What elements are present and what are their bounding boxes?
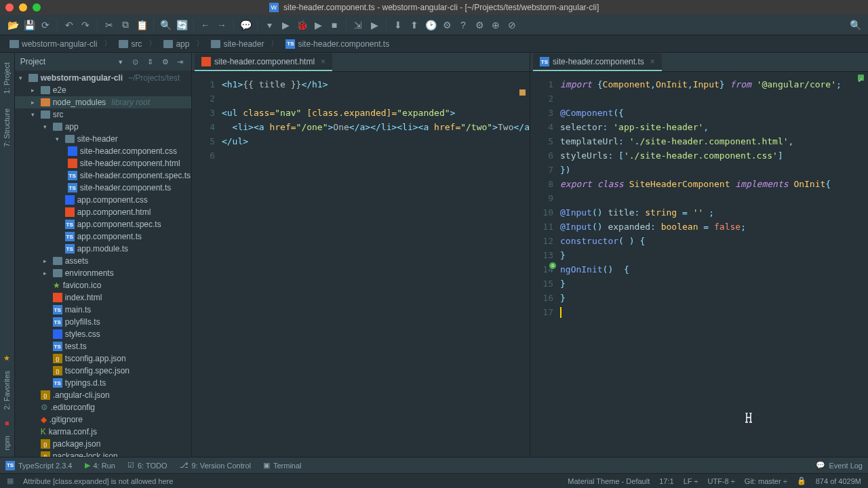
crumb-src[interactable]: src bbox=[113, 38, 147, 50]
tab-structure[interactable]: 7: Structure bbox=[1, 102, 13, 154]
tree-file[interactable]: {}package-lock.json bbox=[15, 450, 191, 457]
tree-file[interactable]: TSsite-header.component.ts bbox=[15, 182, 191, 194]
status-memory[interactable]: 874 of 4029M bbox=[816, 477, 861, 485]
collapse-icon[interactable]: ⇕ bbox=[145, 56, 156, 67]
tree-file[interactable]: {}tsconfig.spec.json bbox=[15, 365, 191, 377]
lock-icon[interactable]: 🔒 bbox=[797, 476, 806, 485]
tree-file[interactable]: TSsite-header.component.spec.ts bbox=[15, 169, 191, 182]
project-tree[interactable]: ▾webstorm-angular-cli~/Projects/test ▸e2… bbox=[15, 70, 191, 457]
chat-icon[interactable]: 💬 bbox=[238, 18, 253, 33]
replace-icon[interactable]: 🔄 bbox=[174, 18, 189, 33]
status-theme[interactable]: Material Theme - Default bbox=[568, 477, 650, 485]
error-stripe-icon[interactable] bbox=[519, 89, 526, 96]
tree-environments[interactable]: ▸environments bbox=[15, 267, 191, 279]
tree-src[interactable]: ▾src bbox=[15, 108, 191, 121]
tree-file[interactable]: TSapp.component.spec.ts bbox=[15, 218, 191, 230]
favorites-star-icon[interactable]: ★ bbox=[2, 353, 12, 363]
run-tool[interactable]: ▶4: Run bbox=[85, 461, 115, 470]
vcs-update-icon[interactable]: ⬇ bbox=[391, 18, 406, 33]
gear-icon[interactable]: ⚙ bbox=[160, 56, 171, 67]
settings-icon[interactable]: ⚙ bbox=[439, 18, 454, 33]
tree-e2e[interactable]: ▸e2e bbox=[15, 84, 191, 96]
tree-file[interactable]: ◆.gitignore bbox=[15, 413, 191, 426]
close-tab-icon[interactable]: × bbox=[321, 57, 326, 66]
cut-icon[interactable]: ✂ bbox=[102, 18, 117, 33]
vcs-tool[interactable]: ⎇9: Version Control bbox=[180, 461, 251, 470]
vcs-history-icon[interactable]: 🕑 bbox=[423, 18, 438, 33]
run-icon-2[interactable]: ▶ bbox=[367, 18, 382, 33]
tree-file[interactable]: site-header.component.css bbox=[15, 145, 191, 157]
code-content[interactable]: <h1>{{ title }}</h1> <ul class="nav" [cl… bbox=[222, 72, 530, 457]
tab-favorites[interactable]: 2: Favorites bbox=[1, 364, 13, 416]
status-encoding[interactable]: UTF-8 ÷ bbox=[708, 477, 735, 485]
editor-body-left[interactable]: 123456 <h1>{{ title }}</h1> <ul class="n… bbox=[192, 72, 530, 457]
tree-file[interactable]: TSapp.module.ts bbox=[15, 243, 191, 255]
tree-site-header[interactable]: ▾site-header bbox=[15, 133, 191, 145]
tree-file[interactable]: {}.angular-cli.json bbox=[15, 389, 191, 401]
npm-icon[interactable]: ■ bbox=[2, 418, 12, 428]
code-content[interactable]: import {Component,OnInit,Input} from '@a… bbox=[560, 72, 868, 457]
terminal-tool[interactable]: ▣Terminal bbox=[263, 461, 302, 470]
back-icon[interactable]: ← bbox=[198, 18, 213, 33]
hide-icon[interactable]: ⇥ bbox=[175, 56, 186, 67]
refresh-icon[interactable]: ⟳ bbox=[38, 18, 53, 33]
close-tab-icon[interactable]: × bbox=[650, 57, 655, 66]
event-log[interactable]: 💬Event Log bbox=[816, 461, 863, 470]
tab-project[interactable]: 1: Project bbox=[1, 56, 13, 100]
typescript-widget[interactable]: TSTypeScript 2.3.4 bbox=[5, 461, 73, 470]
coverage-icon[interactable]: ▶ bbox=[311, 18, 326, 33]
tree-file[interactable]: TSpolyfills.ts bbox=[15, 316, 191, 328]
tree-file[interactable]: site-header.component.html bbox=[15, 157, 191, 169]
tree-file[interactable]: TSapp.component.ts bbox=[15, 230, 191, 243]
crumb-project[interactable]: webstorm-angular-cli bbox=[4, 38, 102, 50]
debug-icon[interactable]: 🐞 bbox=[294, 18, 309, 33]
redo-icon[interactable]: ↷ bbox=[78, 18, 93, 33]
copy-icon[interactable]: ⧉ bbox=[118, 18, 133, 33]
vcs-commit-icon[interactable]: ⬆ bbox=[407, 18, 422, 33]
tree-assets[interactable]: ▸assets bbox=[15, 255, 191, 267]
override-marker-icon[interactable]: o bbox=[549, 262, 556, 269]
tab-html-file[interactable]: site-header.component.html × bbox=[195, 54, 332, 71]
status-git[interactable]: Git: master ÷ bbox=[745, 477, 787, 485]
status-caret[interactable]: 17:1 bbox=[659, 477, 673, 485]
crumb-app[interactable]: app bbox=[158, 38, 195, 50]
tree-file[interactable]: ★favicon.ico bbox=[15, 279, 191, 291]
find-icon[interactable]: 🔍 bbox=[158, 18, 173, 33]
tab-npm[interactable]: npm bbox=[1, 429, 13, 457]
forward-icon[interactable]: → bbox=[214, 18, 229, 33]
help-icon[interactable]: ? bbox=[456, 18, 471, 33]
chevron-down-icon[interactable]: ▾ bbox=[115, 56, 126, 67]
run-config-dropdown[interactable]: ▾ bbox=[262, 18, 277, 33]
search-everywhere-icon[interactable]: 🔍 bbox=[848, 18, 863, 33]
status-line-sep[interactable]: LF ÷ bbox=[684, 477, 698, 485]
crumb-site-header[interactable]: site-header bbox=[205, 38, 269, 50]
tree-file[interactable]: index.html bbox=[15, 291, 191, 304]
extra-icon[interactable]: ⊘ bbox=[505, 18, 519, 33]
tree-file[interactable]: Kkarma.conf.js bbox=[15, 426, 191, 438]
tree-node-modules[interactable]: ▸node_moduleslibrary root bbox=[15, 96, 191, 108]
tree-file[interactable]: app.component.css bbox=[15, 194, 191, 206]
config-icon[interactable]: ⚙ bbox=[472, 18, 487, 33]
tree-root[interactable]: ▾webstorm-angular-cli~/Projects/test bbox=[15, 72, 191, 84]
stop-icon[interactable]: ■ bbox=[327, 18, 342, 33]
editor-body-right[interactable]: ✓ o 1234567891011121314151617 import {Co… bbox=[530, 72, 868, 457]
tree-file[interactable]: styles.css bbox=[15, 328, 191, 340]
tab-ts-file[interactable]: TS site-header.component.ts × bbox=[533, 54, 662, 71]
tree-file[interactable]: {}tsconfig.app.json bbox=[15, 352, 191, 365]
tree-file[interactable]: TStypings.d.ts bbox=[15, 377, 191, 389]
deploy-icon[interactable]: ⇲ bbox=[351, 18, 366, 33]
tree-file[interactable]: TStest.ts bbox=[15, 340, 191, 352]
tree-file[interactable]: ⚙.editorconfig bbox=[15, 401, 191, 413]
tree-app[interactable]: ▾app bbox=[15, 121, 191, 133]
open-icon[interactable]: 📂 bbox=[5, 18, 20, 33]
tree-file[interactable]: {}package.json bbox=[15, 438, 191, 450]
tree-file[interactable]: app.component.html bbox=[15, 206, 191, 218]
ok-stripe-icon[interactable]: ✓ bbox=[858, 75, 864, 81]
save-icon[interactable]: 💾 bbox=[22, 18, 37, 33]
target-icon[interactable]: ⊙ bbox=[130, 56, 141, 67]
undo-icon[interactable]: ↶ bbox=[62, 18, 77, 33]
more-icon[interactable]: ⊕ bbox=[488, 18, 503, 33]
play-icon[interactable]: ▶ bbox=[278, 18, 293, 33]
crumb-file[interactable]: TSsite-header.component.ts bbox=[280, 38, 395, 50]
tree-file[interactable]: TSmain.ts bbox=[15, 304, 191, 316]
